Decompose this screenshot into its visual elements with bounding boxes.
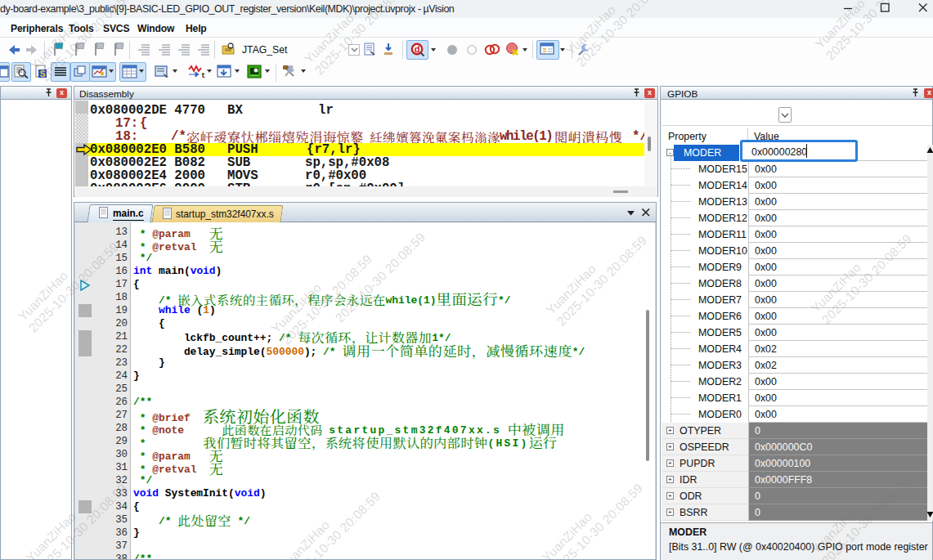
svg-text:S: S	[40, 69, 46, 78]
svg-text:d: d	[415, 44, 420, 54]
svg-text:t: t	[201, 72, 205, 79]
